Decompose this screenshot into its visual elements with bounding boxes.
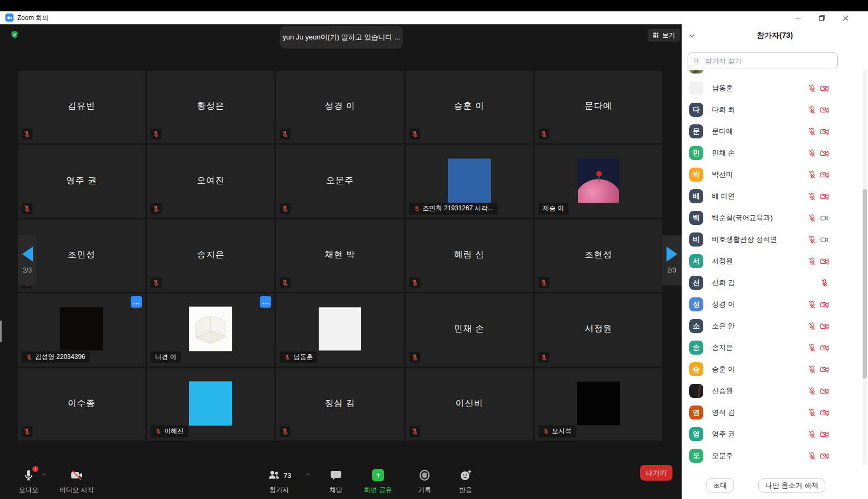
next-page-arrow-icon[interactable] (667, 247, 677, 262)
participant-row[interactable]: 박박선미 (682, 164, 862, 185)
video-tile[interactable]: 오여진 (147, 145, 274, 217)
participant-name: 혜림 심 (406, 249, 533, 261)
close-button[interactable] (833, 11, 857, 24)
video-tile[interactable]: 오문주 (276, 145, 403, 217)
video-tile[interactable]: 민채 손 (406, 294, 533, 366)
participant-row[interactable]: 영영주 권 (682, 423, 862, 445)
camera-off-icon (70, 469, 83, 482)
participant-row[interactable]: 영영석 김 (682, 402, 862, 423)
participant-row[interactable]: 다다희 최 (682, 99, 862, 121)
more-options-button[interactable]: … (131, 296, 142, 308)
mic-muted-icon (808, 84, 817, 93)
mic-muted-icon (151, 129, 162, 139)
participants-button[interactable]: 73 참가자 (255, 468, 304, 495)
restore-button[interactable] (810, 11, 833, 24)
participant-name: 김유빈 (18, 101, 145, 112)
participant-name: 박선미 (712, 170, 733, 179)
leave-meeting-button[interactable]: 나가기 (640, 465, 672, 481)
audio-label: 오디오 (19, 485, 38, 495)
participant-row[interactable]: 송송지은 (682, 337, 862, 358)
status-icons (808, 84, 829, 93)
video-off-icon (820, 149, 829, 158)
video-tile[interactable]: 서정원 (535, 294, 662, 366)
participant-row[interactable]: 선선희 김 (682, 272, 862, 294)
status-icons (808, 387, 829, 396)
video-tile[interactable]: 조민성 (18, 219, 145, 292)
invite-button[interactable]: 초대 (706, 478, 734, 493)
audio-options-caret[interactable] (41, 470, 47, 480)
participant-search-input[interactable] (704, 56, 832, 65)
video-tile[interactable]: 이혜진 (147, 368, 274, 441)
participant-row[interactable]: 남동훈 (682, 77, 862, 99)
next-page-control[interactable]: 2/3 (662, 235, 682, 285)
video-tile[interactable]: 남동훈 (276, 294, 403, 366)
participant-name: 성경 이 (712, 300, 735, 309)
chat-button[interactable]: 채팅 (312, 468, 360, 495)
participant-row[interactable]: 성성경 이 (682, 294, 862, 315)
video-tile[interactable]: 김성영 22034396… (18, 294, 145, 366)
ask-unmute-button[interactable]: 나만 음소거 해제 (758, 478, 825, 493)
previous-page-control[interactable]: 2/3 (18, 235, 37, 285)
participant-name: 조민희 21931267 시각... (423, 204, 493, 213)
meeting-toolbar: ! 오디오 비디오 시작 73 참가자 채팅 (0, 454, 682, 499)
participant-row[interactable]: 서서정원 (682, 250, 862, 272)
security-shield-icon[interactable] (10, 30, 19, 39)
video-tile[interactable]: 채현 박 (276, 219, 403, 292)
avatar: 서 (689, 254, 703, 268)
video-tile[interactable]: 제승 이 (535, 145, 662, 217)
participant-row[interactable]: 승승훈 이 (682, 358, 862, 380)
participants-panel-title: 참가자(73) (682, 31, 868, 41)
video-off-icon (820, 365, 829, 374)
mic-muted-icon (808, 70, 817, 71)
video-tile[interactable]: 조민희 21931267 시각... (406, 145, 533, 217)
video-tile[interactable]: 정심 김 (276, 368, 403, 441)
video-tile[interactable]: 성경 이 (276, 71, 403, 143)
video-tile[interactable]: 영주 권 (18, 145, 145, 217)
start-video-button[interactable]: 비디오 시작 (52, 468, 101, 495)
mic-muted-icon (808, 408, 817, 417)
video-tile[interactable]: 혜림 심 (406, 219, 533, 292)
participant-row[interactable]: 소소은 안 (682, 315, 862, 337)
video-tile[interactable]: 오지석 (535, 368, 662, 441)
previous-page-arrow-icon[interactable] (22, 247, 33, 262)
participant-row[interactable]: 백백순철(국어교육과) (682, 207, 862, 229)
participants-options-caret[interactable] (305, 470, 311, 480)
participant-row[interactable]: 문문다예 (682, 121, 862, 142)
participant-row[interactable]: 비비호생활관장 정석연 (682, 229, 862, 250)
video-tile[interactable]: 김유빈 (18, 71, 145, 143)
video-off-icon (820, 105, 829, 115)
video-off-icon (820, 84, 829, 93)
view-button[interactable]: 보기 (648, 29, 680, 42)
participant-row[interactable]: 오오문주 (682, 445, 862, 465)
status-icons (808, 170, 829, 179)
video-tile[interactable]: 이수종 (18, 368, 145, 441)
mic-muted-icon (409, 426, 420, 437)
video-tile[interactable]: 승훈 이 (406, 71, 533, 143)
participant-row[interactable]: 민민채 손 (682, 142, 862, 164)
participant-search-box[interactable] (688, 52, 838, 69)
share-screen-button[interactable]: 화면 공유 (354, 468, 402, 495)
minimize-button[interactable] (786, 11, 810, 24)
flower-bud (596, 171, 602, 176)
reactions-button[interactable]: 반응 (441, 468, 490, 495)
video-tile[interactable]: 황성은 (147, 71, 274, 143)
video-off-icon (820, 408, 829, 417)
video-tile[interactable]: 문다예 (535, 71, 662, 143)
mic-muted-icon (151, 277, 162, 288)
avatar: 문 (689, 124, 703, 138)
video-off-icon (820, 430, 829, 439)
avatar (689, 384, 703, 398)
sidebar-scrollbar-thumb[interactable] (863, 189, 867, 378)
video-tile[interactable]: 조현성 (535, 219, 662, 292)
more-options-button[interactable]: … (260, 296, 271, 308)
video-off-icon (820, 257, 829, 266)
participant-row[interactable] (682, 70, 862, 77)
left-panel-handle[interactable] (0, 321, 2, 342)
participant-row[interactable]: 신승원 (682, 380, 862, 402)
avatar: 송 (689, 341, 703, 355)
video-tile[interactable]: 이신비 (406, 368, 533, 441)
video-tile[interactable]: 송지은 (147, 219, 274, 292)
name-label: 이혜진 (151, 425, 188, 437)
participant-row[interactable]: 배배 다연 (682, 185, 862, 207)
video-tile[interactable]: 나경 이… (147, 294, 274, 366)
